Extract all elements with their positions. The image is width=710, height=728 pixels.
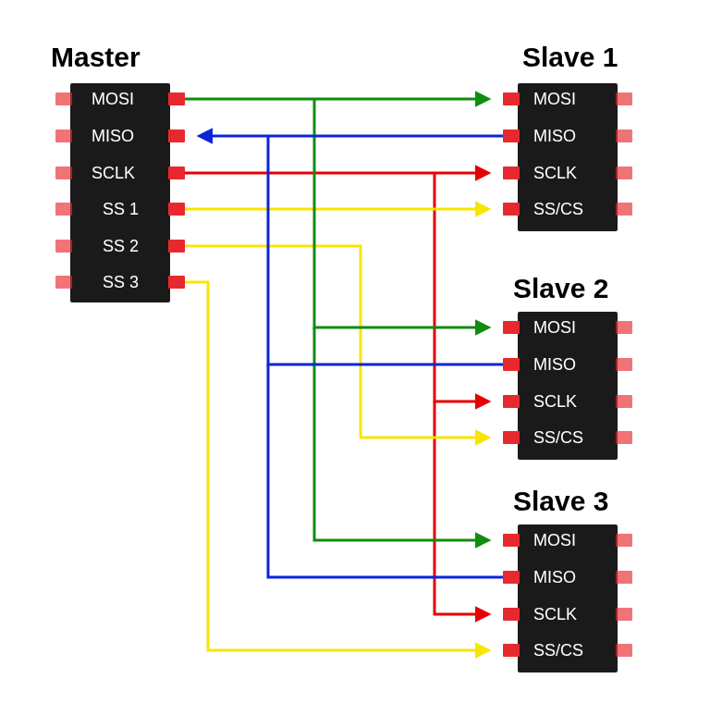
slave3-right-pin [616, 608, 632, 621]
slave3-label-sscs: SS/CS [533, 641, 583, 660]
slave1-label-miso: MISO [533, 127, 576, 146]
slave1-pin-sscs [503, 203, 520, 216]
master-left-pin [55, 130, 72, 142]
master-left-pin [55, 93, 72, 105]
slave3-label-sclk: SCLK [533, 605, 577, 624]
slave3-right-pin [616, 534, 632, 547]
slave2-pin-sscs [503, 431, 520, 444]
slave2-right-pin [616, 431, 632, 444]
slave3-right-pin [616, 644, 632, 657]
slave2-label-mosi: MOSI [533, 318, 576, 338]
slave2-pin-miso [503, 358, 520, 371]
slave3-title: Slave 3 [513, 486, 608, 517]
sclk-wire [185, 173, 488, 614]
master-left-pin [55, 167, 72, 179]
slave2-pin-mosi [503, 321, 520, 334]
slave3-pin-mosi [503, 534, 520, 547]
slave3-right-pin [616, 571, 632, 584]
mosi-wire [185, 99, 488, 540]
slave1-pin-mosi [503, 93, 520, 105]
master-label-ss2: SS 2 [103, 237, 139, 256]
master-label-ss1: SS 1 [103, 200, 139, 219]
slave3-label-mosi: MOSI [533, 531, 576, 550]
slave1-title: Slave 1 [522, 42, 618, 73]
master-pin-ss3 [168, 276, 185, 289]
slave1-label-mosi: MOSI [533, 90, 576, 109]
slave1-pin-miso [503, 130, 520, 142]
master-label-mosi: MOSI [92, 90, 134, 109]
master-pin-ss1 [168, 203, 185, 216]
master-label-ss3: SS 3 [103, 273, 139, 292]
slave3-pin-miso [503, 571, 520, 584]
slave3-pin-sclk [503, 608, 520, 621]
slave3-label-miso: MISO [533, 568, 576, 587]
master-left-pin [55, 240, 72, 253]
master-pin-sclk [168, 167, 185, 179]
slave1-pin-sclk [503, 167, 520, 179]
master-label-sclk: SCLK [92, 164, 135, 183]
slave2-right-pin [616, 358, 632, 371]
master-pin-mosi [168, 93, 185, 105]
slave1-right-pin [616, 93, 632, 105]
master-left-pin [55, 203, 72, 216]
master-pin-ss2 [168, 240, 185, 253]
slave2-title: Slave 2 [513, 273, 608, 304]
ss-wires [185, 209, 488, 650]
slave2-label-sclk: SCLK [533, 392, 577, 412]
slave2-right-pin [616, 321, 632, 334]
slave2-label-sscs: SS/CS [533, 428, 583, 448]
slave1-label-sscs: SS/CS [533, 200, 583, 219]
slave1-label-sclk: SCLK [533, 164, 577, 183]
miso-wire [200, 136, 503, 577]
master-pin-miso [168, 130, 185, 142]
slave3-pin-sscs [503, 644, 520, 657]
master-label-miso: MISO [92, 127, 134, 146]
master-chip [70, 83, 170, 302]
slave1-right-pin [616, 130, 632, 142]
slave2-pin-sclk [503, 395, 520, 408]
slave2-label-miso: MISO [533, 355, 576, 375]
master-title: Master [51, 42, 141, 73]
slave1-right-pin [616, 203, 632, 216]
slave1-right-pin [616, 167, 632, 179]
slave2-right-pin [616, 395, 632, 408]
master-left-pin [55, 276, 72, 289]
